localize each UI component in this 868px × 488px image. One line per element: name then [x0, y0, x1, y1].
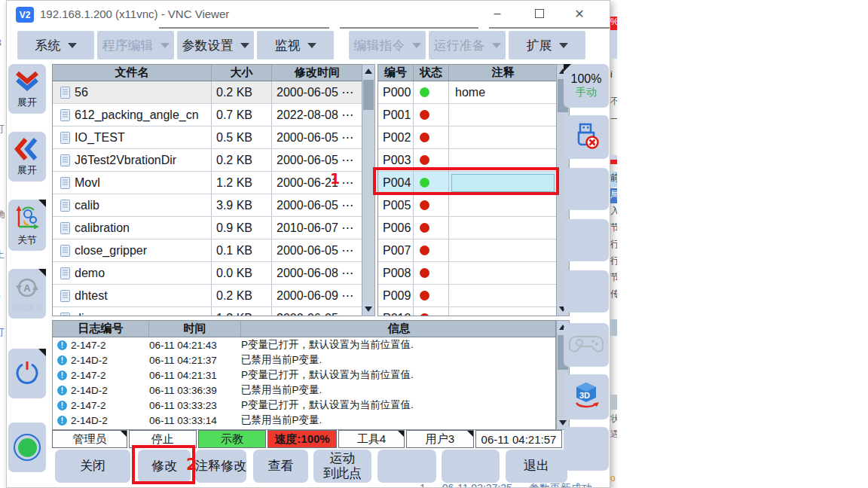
pvariable-row[interactable]: P008: [378, 262, 556, 285]
maximize-button[interactable]: [526, 2, 553, 25]
file-size: 1.3 KB: [212, 307, 272, 316]
menu-extension[interactable]: 扩展: [509, 31, 585, 59]
menu-system[interactable]: 系统: [17, 31, 94, 59]
document-icon: [60, 177, 70, 189]
expand-down-button[interactable]: 展开: [8, 64, 46, 114]
log-row[interactable]: !2-147-206-11 04:21:31P变量已打开，默认设置为当前位置值.: [53, 368, 555, 383]
minimize-button[interactable]: –: [484, 2, 511, 25]
file-modified: 2000-06-05 ⋯: [272, 127, 362, 149]
pvariable-id: P005: [378, 194, 414, 217]
menu-label: 程序编辑: [102, 37, 154, 54]
file-row[interactable]: IO_TEST0.5 KB2000-06-05 ⋯: [53, 127, 362, 149]
column-header-time[interactable]: 时间: [149, 321, 241, 337]
edge-glyph-fragment: %: [610, 17, 617, 30]
status-tool[interactable]: 工具4: [338, 430, 405, 448]
column-header-log-id[interactable]: 日志编号: [53, 321, 149, 337]
file-size: 0.1 KB: [212, 239, 272, 262]
servo-enable-button[interactable]: [8, 422, 46, 472]
log-table-body: !2-147-206-11 04:21:43P变量已打开，默认设置为当前位置值.…: [53, 337, 555, 428]
log-message: 已禁用当前P变量.: [241, 383, 556, 397]
annotation-label-1: 1: [330, 170, 340, 187]
file-row[interactable]: dhtest0.2 KB2000-06-09 ⋯: [53, 285, 362, 307]
comment-modify-button[interactable]: 注释修改: [195, 450, 246, 483]
column-header-modified[interactable]: 修改时间: [272, 65, 362, 81]
scroll-down-button[interactable]: [363, 303, 374, 315]
chevron-down-icon: [68, 43, 77, 48]
file-row[interactable]: demo0.0 KB2000-06-08 ⋯: [53, 262, 362, 285]
column-header-filename[interactable]: 文件名: [53, 65, 212, 81]
view-3d-button[interactable]: 3D: [564, 374, 609, 419]
file-row[interactable]: calib3.9 KB2000-06-05 ⋯: [53, 194, 362, 217]
edge-glyph-fragment: 入: [610, 205, 617, 220]
pvariable-row[interactable]: P007: [378, 239, 556, 262]
empty-button: [442, 450, 500, 483]
power-button[interactable]: [8, 349, 46, 398]
file-row[interactable]: Movl1.2 KB2000-06-21 ⋯: [53, 172, 362, 194]
close-file-button[interactable]: 关闭: [55, 450, 130, 483]
scroll-up-button[interactable]: [363, 66, 374, 77]
status-dot-icon: [420, 133, 429, 142]
pvariable-row[interactable]: P002: [378, 127, 556, 149]
log-row[interactable]: !2-14D-206-11 03:33:14已禁用当前P变量.: [53, 413, 555, 428]
edge-glyph-fragment: 传: [610, 288, 617, 303]
joint-coordinate-button[interactable]: 关节: [8, 200, 46, 251]
column-header-id[interactable]: 编号: [378, 65, 414, 81]
move-to-point-button[interactable]: 运动 到此点: [313, 450, 371, 483]
annotation-label-2: 2: [186, 456, 197, 474]
status-dot-icon: [420, 200, 429, 210]
cycle-arrows-icon: A: [14, 276, 40, 303]
pvariable-row[interactable]: P000home: [378, 81, 556, 104]
edge-glyph-fragment: o: [610, 473, 617, 483]
menu-monitor[interactable]: 监视: [257, 31, 334, 59]
status-user-frame[interactable]: 用户3: [406, 430, 474, 448]
status-bar: 管理员 停止 示教 速度:100% 工具4 用户3 06-11 04:21:57: [52, 430, 562, 448]
window-title: 192.168.1.200 (x11vnc) - VNC Viewer: [40, 8, 229, 20]
log-row[interactable]: !2-14D-206-11 04:21:37已禁用当前P变量.: [53, 352, 555, 368]
log-row[interactable]: !2-147-206-11 04:21:43P变量已打开，默认设置为当前位置值.: [53, 337, 555, 352]
pvariable-row[interactable]: P009: [378, 285, 556, 307]
file-row[interactable]: dian1.3 KB2000-06-05 ⋯: [53, 307, 362, 316]
pvariable-row[interactable]: P001: [378, 104, 556, 127]
speed-mode-button[interactable]: 100% 手动: [564, 64, 609, 108]
edge-glyph-fragment: 遇: [610, 428, 617, 440]
status-role[interactable]: 管理员: [52, 430, 127, 448]
menu-parameter-settings[interactable]: 参数设置: [177, 31, 254, 59]
empty-panel-button: [564, 168, 609, 210]
scrollbar-thumb[interactable]: [363, 80, 374, 110]
status-speed[interactable]: 速度:100%: [267, 430, 337, 448]
pvariable-row[interactable]: P010: [378, 307, 556, 316]
pvariable-status-cell: [414, 104, 449, 127]
pvariable-row[interactable]: P006: [378, 217, 556, 239]
svg-text:3D: 3D: [579, 391, 590, 400]
column-header-status[interactable]: 状态: [414, 65, 449, 81]
pvariable-row[interactable]: P005: [378, 194, 556, 217]
file-row[interactable]: 560.2 KB2000-06-05 ⋯: [53, 81, 362, 104]
menu-label: 运行准备: [434, 37, 485, 54]
file-modified: 2000-06-05 ⋯: [272, 149, 362, 172]
view-button[interactable]: 查看: [253, 450, 308, 483]
expand-left-button[interactable]: 展开: [8, 132, 46, 181]
gamepad-button[interactable]: [564, 323, 609, 367]
pvariable-comment: [449, 307, 557, 316]
log-row[interactable]: !2-14D-206-11 03:36:39已禁用当前P变量.: [53, 383, 555, 398]
log-row[interactable]: !2-147-206-11 03:33:23P变量已打开，默认设置为当前位置值.: [53, 398, 555, 413]
info-icon: !: [57, 371, 67, 380]
column-header-comment[interactable]: 注释: [449, 65, 557, 81]
close-button[interactable]: ✕: [566, 2, 593, 25]
pvariable-status-cell: [414, 194, 449, 217]
file-row[interactable]: J6Test2VbrationDir0.2 KB2000-06-05 ⋯: [53, 149, 362, 172]
exit-button[interactable]: 退出: [506, 450, 567, 483]
usb-button[interactable]: [564, 115, 609, 159]
file-row[interactable]: calibration0.9 KB2010-06-07 ⋯: [53, 217, 362, 239]
pvariable-id: P007: [378, 239, 414, 262]
side-label: 展开: [17, 165, 37, 175]
column-header-size[interactable]: 大小: [212, 65, 272, 81]
file-row[interactable]: 612_packing_angle_cn0.7 KB2022-08-08 ⋯: [53, 104, 362, 127]
info-icon: !: [57, 386, 67, 395]
menu-label: 系统: [35, 37, 61, 54]
file-name: close_gripper: [75, 244, 147, 258]
edge-glyph-fragment: 前: [610, 172, 617, 187]
edge-glyph-fragment: 节: [610, 271, 617, 286]
column-header-message[interactable]: 信息: [241, 321, 556, 337]
file-row[interactable]: close_gripper0.1 KB2000-06-05 ⋯: [53, 239, 362, 262]
